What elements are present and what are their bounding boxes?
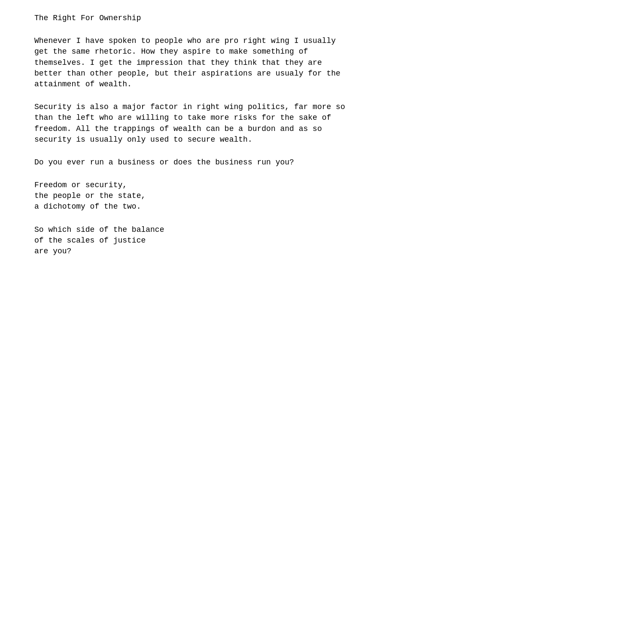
paragraph-1: Whenever I have spoken to people who are… — [34, 36, 352, 90]
poem-stanza-2: So which side of the balance of the scal… — [34, 225, 352, 257]
paragraph-2: Security is also a major factor in right… — [34, 102, 352, 145]
page-content: The Right For Ownership Whenever I have … — [0, 0, 386, 295]
poem-stanza-1: Freedom or security, the people or the s… — [34, 180, 352, 213]
paragraph-3: Do you ever run a business or does the b… — [34, 157, 352, 168]
page-title: The Right For Ownership — [34, 13, 352, 24]
